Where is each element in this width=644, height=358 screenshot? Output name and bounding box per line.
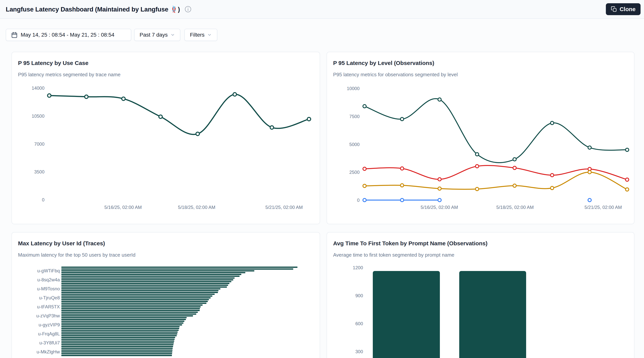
date-range-picker[interactable]: May 14, 25 : 08:54 - May 21, 25 : 08:54 xyxy=(6,29,131,41)
latency-bar xyxy=(61,346,173,347)
user-id-tick-label: u-MkZlgHw xyxy=(36,349,60,354)
chart-subtitle: Average time to first token segmented by… xyxy=(333,252,454,258)
data-point-marker xyxy=(196,132,199,136)
period-select-value: Past 7 days xyxy=(140,32,168,38)
latency-bar xyxy=(61,281,231,282)
latency-bar xyxy=(61,351,172,353)
data-point-marker xyxy=(438,98,441,101)
x-axis-tick-label: 5/16/25, 02:00 AM xyxy=(104,205,142,210)
latency-bar xyxy=(61,304,202,306)
filters-button-label: Filters xyxy=(190,32,204,38)
latency-bar xyxy=(61,297,211,298)
latency-bar xyxy=(61,312,198,313)
y-axis-tick-label: 3500 xyxy=(34,169,44,174)
latency-bar xyxy=(61,333,177,334)
latency-bar xyxy=(61,340,174,342)
hbar-chart-max-latency: u-gWTiFbqu-8sq2w4au-M9Tosnou-TjruQe8u-tF… xyxy=(12,264,320,358)
chart-title: P 95 Latency by Level (Observations) xyxy=(333,60,434,66)
line-series-teal xyxy=(364,99,627,163)
y-axis-tick-label: 10000 xyxy=(347,86,360,91)
page-title: Langfuse Latency Dashboard (Maintained b… xyxy=(6,6,180,13)
latency-bar xyxy=(61,348,173,349)
latency-bar xyxy=(61,292,218,293)
copy-icon xyxy=(611,6,617,12)
card-max-latency-user-id: Max Latency by User Id (Traces) Maximum … xyxy=(12,232,320,358)
latency-bar xyxy=(61,335,177,336)
clone-button[interactable]: Clone xyxy=(606,3,640,15)
y-axis-tick-label: 0 xyxy=(42,197,44,202)
chevron-down-icon xyxy=(207,32,212,37)
data-point-marker xyxy=(513,166,516,170)
chevron-down-icon xyxy=(170,32,175,37)
latency-bar xyxy=(61,270,254,272)
latency-bar xyxy=(61,302,206,304)
y-axis-tick-label: 5000 xyxy=(350,142,360,147)
data-point-marker xyxy=(438,187,441,190)
latency-bar xyxy=(61,317,187,318)
latency-bar xyxy=(61,313,196,315)
user-id-tick-label: u-gyzVIP9 xyxy=(38,322,60,327)
data-point-marker xyxy=(476,188,479,191)
latency-bar xyxy=(61,272,245,273)
user-id-tick-label: u-zVqP3hw xyxy=(36,313,60,318)
data-point-marker xyxy=(626,148,629,152)
y-axis-tick-label: 7500 xyxy=(350,114,360,119)
latency-bar xyxy=(61,301,208,302)
data-point-marker xyxy=(550,186,554,190)
chart-subtitle: P95 latency metrics segmented by trace n… xyxy=(18,72,120,78)
chart-title: Avg Time To First Token by Prompt Name (… xyxy=(333,240,488,247)
latency-bar xyxy=(61,328,179,329)
y-axis-tick-label: 14000 xyxy=(32,86,44,91)
y-axis-tick-label: 600 xyxy=(355,321,363,326)
x-axis-tick-label: 5/16/25, 02:00 AM xyxy=(421,205,458,210)
ttft-bar xyxy=(373,271,440,358)
chart-subtitle: Maximum latency for the top 50 users by … xyxy=(18,252,136,258)
latency-bar xyxy=(61,310,200,311)
filters-button[interactable]: Filters xyxy=(184,29,217,41)
latency-bar xyxy=(61,315,193,316)
latency-bar xyxy=(61,355,172,356)
data-point-marker xyxy=(363,167,366,170)
data-point-marker xyxy=(626,188,629,191)
latency-bar xyxy=(61,277,234,279)
latency-bar xyxy=(61,342,174,344)
data-point-marker xyxy=(400,198,404,202)
latency-bar xyxy=(61,308,200,309)
latency-bar xyxy=(61,337,175,338)
latency-bar xyxy=(61,299,209,300)
y-axis-tick-label: 1200 xyxy=(353,265,363,270)
latency-bar xyxy=(61,353,172,354)
data-point-marker xyxy=(363,105,366,108)
latency-bar xyxy=(61,274,241,275)
period-select[interactable]: Past 7 days xyxy=(134,29,180,41)
user-id-tick-label: u-FrqAg8L xyxy=(38,331,60,336)
line-series-amber xyxy=(364,172,627,189)
data-point-marker xyxy=(363,198,366,202)
info-icon[interactable] xyxy=(184,6,192,13)
latency-bar xyxy=(61,284,228,286)
data-point-marker xyxy=(85,95,88,98)
latency-bar xyxy=(61,290,218,291)
y-axis-tick-label: 7000 xyxy=(34,142,44,146)
line-chart-p95-level: 1000075005000250005/16/25, 02:00 AM5/18/… xyxy=(327,85,634,213)
chart-subtitle: P95 latency metrics for observations seg… xyxy=(333,72,458,78)
x-axis-tick-label: 5/21/25, 02:00 AM xyxy=(266,205,303,210)
ttft-bar xyxy=(459,271,526,358)
card-p95-latency-use-case: P 95 Latency by Use Case P95 latency met… xyxy=(12,52,320,224)
data-point-marker xyxy=(476,165,479,168)
latency-bar xyxy=(61,330,179,331)
chart-title: P 95 Latency by Use Case xyxy=(18,60,88,66)
latency-bar xyxy=(61,288,220,290)
data-point-marker xyxy=(588,146,591,149)
latency-bar xyxy=(61,286,227,288)
latency-bar xyxy=(61,276,240,277)
data-point-marker xyxy=(550,174,554,177)
data-point-marker xyxy=(48,94,51,97)
data-point-marker xyxy=(513,184,516,187)
data-point-marker xyxy=(626,178,629,181)
data-point-marker xyxy=(438,178,441,181)
latency-bar xyxy=(61,321,184,322)
data-point-marker xyxy=(588,170,591,174)
latency-bar xyxy=(61,279,233,280)
data-point-marker xyxy=(159,115,162,118)
